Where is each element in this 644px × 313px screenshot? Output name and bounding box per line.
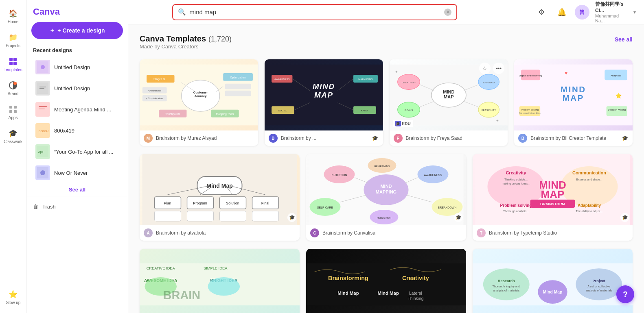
template-thumb-1: Customer Journey Stages of... • Awarenes… bbox=[140, 59, 258, 130]
sidebar-item-glowup[interactable]: ⭐ Glow up bbox=[0, 286, 26, 308]
svg-text:Lateral: Lateral bbox=[409, 291, 422, 296]
svg-text:CREATIVE IDEA: CREATIVE IDEA bbox=[147, 266, 175, 270]
card-6-footer: C Brainstorm by Canvalisa bbox=[306, 225, 466, 241]
svg-rect-12 bbox=[39, 87, 46, 87]
template-thumb-6: MIND MAPPING NUTRITION AWARENESS SELF-CA… bbox=[306, 154, 466, 225]
template-thumb-10: Research Thorough inquiry and analysis o… bbox=[473, 249, 633, 313]
recent-item-1[interactable]: Untitled Design bbox=[29, 57, 125, 78]
user-chevron-icon[interactable]: ▾ bbox=[633, 9, 636, 15]
recent-item-2[interactable]: Untitled Design bbox=[29, 78, 125, 99]
sidebar-item-brand[interactable]: Brand bbox=[0, 77, 26, 99]
svg-text:BRAINSTORM: BRAINSTORM bbox=[540, 202, 565, 206]
template-grid-row3: AWESOME IDEA BRIGHT IDEA BRAIN CREATIVE … bbox=[140, 249, 633, 313]
template-grid-row2: Mind Map Plan Program Solution Final bbox=[140, 154, 633, 241]
svg-text:For ideas that are big...: For ideas that are big... bbox=[519, 112, 541, 114]
sidebar-item-projects[interactable]: 📁 Projects bbox=[0, 29, 26, 51]
svg-text:BREAKDOWN: BREAKDOWN bbox=[438, 206, 457, 209]
card-1-footer: M Brainstorm by Murez Alsyad bbox=[140, 130, 258, 146]
svg-rect-103 bbox=[220, 211, 246, 221]
svg-text:Solution: Solution bbox=[226, 201, 239, 205]
search-clear-icon[interactable]: ✕ bbox=[444, 9, 451, 16]
svg-point-22 bbox=[40, 170, 45, 175]
svg-rect-3 bbox=[13, 62, 17, 65]
svg-rect-0 bbox=[9, 58, 13, 61]
search-input[interactable] bbox=[186, 9, 444, 15]
template-count: (1,720) bbox=[208, 35, 232, 43]
svg-text:MAIN IDEA: MAIN IDEA bbox=[482, 81, 495, 84]
icon-nav: 🏠 Home 📁 Projects Templates Brand Apps 🎓… bbox=[0, 0, 26, 313]
svg-text:Project: Project bbox=[592, 279, 605, 283]
card-7-creator: Brainstorm by Typetemp Studio bbox=[489, 230, 557, 236]
svg-rect-5 bbox=[9, 106, 12, 109]
card-6-avatar: C bbox=[310, 228, 319, 237]
card-3-overlay: ☆ ••• bbox=[479, 63, 504, 74]
trash-section: 🗑 Trash bbox=[26, 196, 128, 214]
create-plus-icon: ＋ bbox=[49, 27, 55, 34]
card-3-footer: F Brainstorm by Freya Saad bbox=[390, 130, 508, 146]
svg-rect-36 bbox=[225, 91, 251, 96]
template-card-7[interactable]: Creativity Thinking outside... making un… bbox=[473, 154, 633, 241]
svg-rect-104 bbox=[252, 211, 279, 221]
svg-text:Plan: Plan bbox=[164, 201, 171, 205]
svg-text:analysis of materials: analysis of materials bbox=[493, 289, 520, 292]
card-6-badge: 🎓 bbox=[454, 213, 463, 222]
svg-text:KAWA: KAWA bbox=[361, 109, 368, 112]
card-3-creator: Brainstorm by Freya Saad bbox=[406, 135, 462, 141]
sidebar-item-templates[interactable]: Templates bbox=[0, 53, 26, 75]
sidebar-item-apps[interactable]: Apps bbox=[0, 101, 26, 123]
recent-item-3[interactable]: Meeting Agenda Mind ... bbox=[29, 99, 125, 120]
svg-text:Thorough analysis...: Thorough analysis... bbox=[503, 210, 529, 213]
card-3-star-btn[interactable]: ☆ bbox=[479, 63, 491, 74]
settings-button[interactable]: ⚙ bbox=[534, 5, 549, 20]
svg-rect-102 bbox=[187, 211, 214, 221]
sidebar-item-classwork[interactable]: 🎓 Classwork bbox=[0, 125, 26, 147]
svg-rect-1 bbox=[13, 58, 17, 61]
glowup-icon: ⭐ bbox=[9, 290, 18, 299]
see-all-button[interactable]: See all bbox=[615, 36, 633, 43]
svg-point-149 bbox=[208, 277, 240, 296]
template-card-8[interactable]: AWESOME IDEA BRIGHT IDEA BRAIN CREATIVE … bbox=[140, 249, 300, 313]
card-2-footer: B Brainstorm by ... bbox=[265, 130, 383, 146]
template-card-3[interactable]: MIND MAP CREATIVITY MAIN IDEA GOALS FEAS… bbox=[390, 59, 508, 146]
recent-thumb-4: 800x419 bbox=[35, 123, 50, 138]
user-info: 曾倫芬同學's Cl... Muhammad Na... bbox=[595, 1, 628, 23]
svg-text:making unique ideas...: making unique ideas... bbox=[502, 182, 530, 185]
template-card-5[interactable]: Mind Map Plan Program Solution Final bbox=[140, 154, 300, 241]
svg-rect-35 bbox=[225, 84, 251, 89]
svg-text:Creativity: Creativity bbox=[402, 275, 429, 281]
template-card-4[interactable]: Logical Brainstorming Analytical MIND MA… bbox=[514, 59, 633, 146]
trash-item[interactable]: 🗑 Trash bbox=[26, 200, 128, 214]
template-card-6[interactable]: MIND MAPPING NUTRITION AWARENESS SELF-CA… bbox=[306, 154, 466, 241]
recent-item-6[interactable]: Now Or Never bbox=[29, 162, 125, 183]
template-card-10[interactable]: Research Thorough inquiry and analysis o… bbox=[473, 249, 633, 313]
svg-text:App: App bbox=[38, 150, 44, 154]
svg-rect-83 bbox=[519, 106, 540, 116]
svg-text:Thorough inquiry and: Thorough inquiry and bbox=[493, 285, 520, 288]
svg-rect-15 bbox=[39, 106, 47, 107]
recent-item-5[interactable]: App “Your Go-To App for all ... bbox=[29, 141, 125, 162]
svg-text:✦: ✦ bbox=[394, 70, 398, 74]
svg-text:RE-FRAMING: RE-FRAMING bbox=[375, 165, 390, 167]
svg-text:analysis of materials: analysis of materials bbox=[586, 289, 613, 292]
recent-item-4[interactable]: 800x419 800x419 bbox=[29, 120, 125, 141]
see-all-link[interactable]: See all bbox=[26, 183, 128, 196]
create-design-button[interactable]: ＋ + Create a design bbox=[31, 22, 123, 39]
card-4-footer: B Brainstorm by Bil Creator Template bbox=[514, 130, 633, 146]
card-3-more-btn[interactable]: ••• bbox=[493, 63, 504, 74]
sidebar-item-home[interactable]: 🏠 Home bbox=[0, 5, 26, 27]
template-card-2[interactable]: MIND MAP AWARENESS MARKETING SOCIAL KAWA bbox=[265, 59, 383, 146]
notification-button[interactable]: 🔔 bbox=[554, 5, 569, 20]
svg-text:SOCIAL: SOCIAL bbox=[278, 109, 287, 112]
svg-text:800x419: 800x419 bbox=[39, 129, 48, 133]
help-button[interactable]: ? bbox=[616, 285, 634, 303]
svg-text:Problem solving: Problem solving bbox=[500, 203, 532, 208]
svg-text:MAP: MAP bbox=[541, 188, 565, 200]
card-4-creator: Brainstorm by Bil Creator Template bbox=[530, 135, 606, 141]
card-2-creator: Brainstorm by ... bbox=[281, 135, 316, 141]
template-card-1[interactable]: Customer Journey Stages of... • Awarenes… bbox=[140, 59, 258, 146]
svg-rect-101 bbox=[155, 211, 181, 221]
svg-text:AWARENESS: AWARENESS bbox=[424, 174, 442, 176]
svg-point-10 bbox=[41, 65, 45, 69]
svg-rect-13 bbox=[39, 88, 44, 89]
template-card-9[interactable]: Brainstorming Creativity Mind Map Mind M… bbox=[306, 249, 466, 313]
